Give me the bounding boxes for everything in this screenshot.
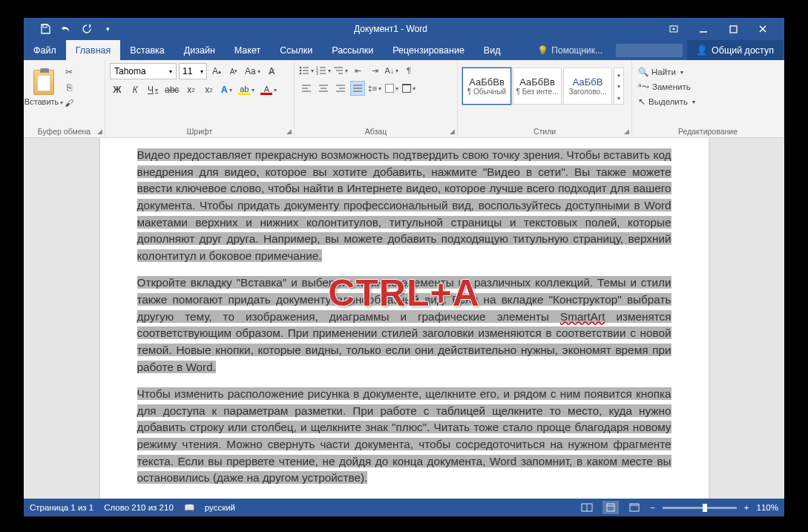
- tab-references[interactable]: Ссылки: [270, 40, 322, 60]
- show-marks-button[interactable]: ¶: [401, 63, 416, 78]
- cut-button[interactable]: ✂: [62, 66, 76, 78]
- format-painter-button[interactable]: 🖌: [62, 97, 76, 109]
- font-color-button[interactable]: A: [259, 82, 278, 97]
- clipboard-icon: [33, 70, 54, 95]
- styles-more-button[interactable]: ▴▾▾: [614, 68, 624, 105]
- align-center-button[interactable]: [316, 81, 331, 96]
- highlight-button[interactable]: ab: [237, 82, 256, 97]
- bullets-button[interactable]: [299, 63, 314, 78]
- window-controls: [669, 24, 784, 34]
- numbering-button[interactable]: 123: [316, 63, 331, 78]
- account-area[interactable]: [616, 44, 683, 57]
- close-icon[interactable]: [758, 24, 768, 34]
- page: Видео предоставляет прекрасную возможнос…: [100, 138, 709, 499]
- smartart-text: SmartArt: [560, 310, 605, 323]
- titlebar: ▾ Документ1 - Word: [24, 18, 784, 40]
- style-normal[interactable]: АаБбВв¶ Обычный: [462, 68, 511, 105]
- share-button[interactable]: 👤Общий доступ: [687, 40, 783, 60]
- group-label-styles: Стили: [462, 125, 627, 137]
- group-label-clipboard: Буфер обмена: [28, 125, 100, 137]
- qat-more-icon[interactable]: ▾: [102, 24, 113, 34]
- bold-button[interactable]: Ж: [110, 82, 125, 97]
- group-label-font: Шрифт: [110, 125, 289, 137]
- paste-label: Вставить: [24, 97, 64, 106]
- ribbon-options-icon[interactable]: [669, 24, 679, 34]
- styles-launcher[interactable]: ◢: [624, 128, 629, 135]
- tab-home[interactable]: Главная: [66, 40, 121, 60]
- quick-access-toolbar: ▾: [24, 24, 113, 34]
- status-page[interactable]: Страница 1 из 1: [30, 503, 93, 512]
- zoom-slider[interactable]: [663, 507, 737, 509]
- line-spacing-button[interactable]: ‡≡: [367, 81, 382, 96]
- view-web-button[interactable]: [626, 501, 643, 514]
- shrink-font-button[interactable]: A▾: [226, 64, 241, 79]
- save-icon[interactable]: [40, 24, 50, 34]
- italic-button[interactable]: К: [128, 82, 142, 97]
- find-button[interactable]: 🔍Найти▾: [637, 66, 779, 78]
- paste-button[interactable]: Вставить: [28, 63, 59, 109]
- style-no-spacing[interactable]: АаБбВв¶ Без инте...: [513, 68, 562, 105]
- paragraph-launcher[interactable]: ◢: [450, 128, 455, 135]
- maximize-icon[interactable]: [728, 24, 738, 34]
- align-right-button[interactable]: [333, 81, 348, 96]
- svg-point-6: [300, 70, 302, 72]
- svg-rect-3: [730, 26, 737, 33]
- undo-icon[interactable]: [61, 24, 71, 34]
- redo-icon[interactable]: [82, 24, 92, 34]
- strike-button[interactable]: abc: [163, 82, 180, 97]
- window-title: Документ1 - Word: [113, 24, 669, 34]
- align-left-button[interactable]: [299, 81, 314, 96]
- tab-insert[interactable]: Вставка: [120, 40, 174, 60]
- change-case-button[interactable]: Aa: [243, 64, 262, 79]
- subscript-button[interactable]: x2: [183, 82, 198, 97]
- shading-button[interactable]: [384, 81, 399, 96]
- style-heading1[interactable]: АаБбВЗаголово...: [563, 68, 612, 105]
- underline-button[interactable]: Ч: [145, 82, 160, 97]
- zoom-out-button[interactable]: −: [650, 503, 655, 512]
- increase-indent-button[interactable]: ⇥: [367, 63, 382, 78]
- grow-font-button[interactable]: A▴: [209, 64, 224, 79]
- clipboard-launcher[interactable]: ◢: [97, 128, 102, 135]
- paragraph-1[interactable]: Видео предоставляет прекрасную возможнос…: [137, 147, 671, 264]
- tab-review[interactable]: Рецензирование: [383, 40, 474, 60]
- status-bar: Страница 1 из 1 Слово 210 из 210 📖 русск…: [24, 499, 784, 516]
- paragraph-2[interactable]: Откройте вкладку "Вставка" и выберите ну…: [137, 275, 671, 375]
- replace-icon: ᵃ⤳: [638, 82, 649, 92]
- tell-me[interactable]: 💡Помощник...: [528, 45, 611, 56]
- replace-button[interactable]: ᵃ⤳Заменить: [637, 81, 779, 93]
- zoom-in-button[interactable]: +: [744, 503, 749, 512]
- clear-format-button[interactable]: A̷: [264, 64, 279, 79]
- tab-file[interactable]: Файл: [24, 40, 66, 60]
- spellcheck-icon[interactable]: 📖: [184, 502, 194, 513]
- tab-mailings[interactable]: Рассылки: [322, 40, 383, 60]
- group-font: Tahoma▾ 11▾ A▴ A▾ Aa A̷ Ж К Ч abc x2 x2 …: [105, 60, 295, 137]
- text-effects-button[interactable]: A: [219, 82, 234, 97]
- tab-design[interactable]: Дизайн: [174, 40, 225, 60]
- view-read-button[interactable]: [579, 501, 595, 514]
- tab-view[interactable]: Вид: [474, 40, 510, 60]
- font-launcher[interactable]: ◢: [286, 128, 292, 135]
- sort-button[interactable]: A↓: [384, 63, 399, 78]
- font-name-combo[interactable]: Tahoma▾: [110, 63, 177, 79]
- select-button[interactable]: ↖Выделить▾: [637, 96, 779, 108]
- multilevel-button[interactable]: [333, 63, 348, 78]
- status-language[interactable]: русский: [205, 503, 235, 512]
- paragraph-3[interactable]: Чтобы изменить расположение рисунка в до…: [137, 386, 671, 487]
- status-words[interactable]: Слово 210 из 210: [104, 503, 174, 512]
- copy-button[interactable]: ⎘: [62, 82, 76, 93]
- zoom-level[interactable]: 110%: [757, 503, 778, 512]
- tab-layout[interactable]: Макет: [225, 40, 270, 60]
- borders-button[interactable]: [401, 81, 416, 96]
- font-size-combo[interactable]: 11▾: [179, 63, 207, 79]
- svg-point-4: [300, 67, 302, 69]
- cursor-icon: ↖: [638, 96, 646, 107]
- svg-text:3: 3: [316, 71, 318, 75]
- align-justify-button[interactable]: [350, 81, 365, 96]
- minimize-icon[interactable]: [698, 24, 709, 34]
- view-print-button[interactable]: [602, 501, 619, 514]
- ribbon: Вставить ✂ ⎘ 🖌 Буфер обмена ◢ Tahoma▾ 11…: [24, 60, 784, 138]
- share-icon: 👤: [696, 45, 708, 56]
- document-area[interactable]: Видео предоставляет прекрасную возможнос…: [24, 138, 784, 499]
- superscript-button[interactable]: x2: [201, 82, 216, 97]
- decrease-indent-button[interactable]: ⇤: [350, 63, 365, 78]
